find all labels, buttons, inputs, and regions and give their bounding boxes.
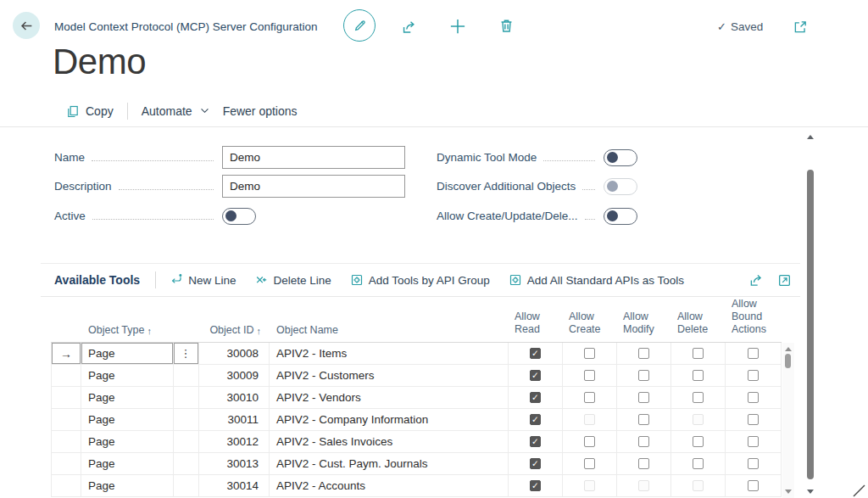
add-tools-by-api-group-button[interactable]: Add Tools by API Group bbox=[350, 273, 490, 287]
allow-create-checkbox[interactable] bbox=[584, 392, 595, 403]
allow-bound-actions-checkbox[interactable] bbox=[748, 436, 759, 447]
scroll-up-arrow-icon[interactable] bbox=[807, 135, 814, 139]
allow-bound-actions-checkbox[interactable] bbox=[748, 480, 759, 491]
allow-bound-actions-cell[interactable] bbox=[726, 453, 782, 474]
allow-read-checkbox[interactable] bbox=[530, 348, 541, 359]
allow-bound-actions-cell[interactable] bbox=[726, 365, 782, 386]
new-line-button[interactable]: New Line bbox=[170, 273, 236, 287]
row-menu-icon[interactable]: ⋮ bbox=[181, 347, 192, 360]
table-row[interactable]: → Page ⋮ 30009 APIV2 - Customers bbox=[51, 365, 782, 387]
allow-create-cell[interactable] bbox=[563, 387, 617, 408]
allow-create-cell[interactable] bbox=[563, 453, 617, 474]
copy-button[interactable]: Copy bbox=[66, 104, 114, 118]
allow-delete-cell[interactable] bbox=[671, 453, 726, 474]
table-row[interactable]: → Page ⋮ 30011 APIV2 - Company Informati… bbox=[51, 409, 782, 431]
row-select-cell[interactable]: → bbox=[51, 431, 81, 452]
description-input[interactable] bbox=[222, 175, 405, 198]
object-id-cell[interactable]: 30010 bbox=[199, 387, 270, 408]
allow-read-checkbox[interactable] bbox=[530, 414, 541, 425]
row-menu-cell[interactable]: ⋮ bbox=[174, 475, 199, 496]
open-in-new-window-button[interactable] bbox=[791, 18, 810, 36]
object-name-cell[interactable]: APIV2 - Sales Invoices bbox=[270, 431, 509, 452]
allow-modify-checkbox[interactable] bbox=[638, 392, 649, 403]
object-type-column-header[interactable]: Object Type ↑ bbox=[81, 297, 174, 342]
allow-create-cell[interactable] bbox=[563, 431, 617, 452]
allow-modify-cell[interactable] bbox=[617, 387, 671, 408]
object-id-cell[interactable]: 30013 bbox=[199, 453, 270, 474]
share-list-button[interactable] bbox=[748, 272, 764, 288]
allow-create-checkbox[interactable] bbox=[584, 414, 595, 425]
allow-modify-checkbox[interactable] bbox=[638, 458, 649, 469]
scroll-up-arrow-icon[interactable] bbox=[785, 347, 792, 351]
page-scrollbar-thumb[interactable] bbox=[807, 170, 814, 479]
allow-read-checkbox[interactable] bbox=[530, 392, 541, 403]
allow-delete-cell[interactable] bbox=[671, 431, 726, 452]
allow-modify-checkbox[interactable] bbox=[638, 370, 649, 381]
row-menu-cell[interactable]: ⋮ bbox=[174, 409, 199, 430]
allow-delete-column-header[interactable]: Allow Delete bbox=[671, 297, 726, 342]
table-row[interactable]: → Page ⋮ 30010 APIV2 - Vendors bbox=[51, 387, 782, 409]
allow-modify-checkbox[interactable] bbox=[638, 480, 649, 491]
allow-delete-cell[interactable] bbox=[671, 343, 726, 364]
dynamic-tool-mode-toggle[interactable] bbox=[604, 149, 637, 166]
allow-delete-checkbox[interactable] bbox=[693, 392, 704, 403]
allow-modify-cell[interactable] bbox=[617, 453, 671, 474]
object-id-cell[interactable]: 30011 bbox=[199, 409, 270, 430]
allow-bound-actions-cell[interactable] bbox=[726, 343, 782, 364]
object-name-cell[interactable]: APIV2 - Company Information bbox=[270, 409, 509, 430]
allow-delete-checkbox[interactable] bbox=[693, 480, 704, 491]
allow-read-cell[interactable] bbox=[509, 365, 563, 386]
row-select-cell[interactable]: → bbox=[51, 409, 81, 430]
allow-read-column-header[interactable]: Allow Read bbox=[509, 297, 563, 342]
allow-bound-actions-cell[interactable] bbox=[726, 409, 782, 430]
object-type-cell[interactable]: Page bbox=[81, 387, 174, 408]
active-toggle[interactable] bbox=[222, 208, 256, 225]
object-name-cell[interactable]: APIV2 - Accounts bbox=[270, 475, 509, 496]
allow-modify-cell[interactable] bbox=[617, 365, 671, 386]
allow-modify-cell[interactable] bbox=[617, 343, 671, 364]
row-select-cell[interactable]: → bbox=[51, 453, 81, 474]
table-row[interactable]: → Page ⋮ 30013 APIV2 - Cust. Paym. Journ… bbox=[51, 453, 782, 475]
allow-delete-checkbox[interactable] bbox=[693, 458, 704, 469]
object-name-cell[interactable]: APIV2 - Items bbox=[270, 343, 509, 364]
row-select-cell[interactable]: → bbox=[51, 475, 81, 496]
allow-create-checkbox[interactable] bbox=[584, 436, 595, 447]
object-name-cell[interactable]: APIV2 - Vendors bbox=[270, 387, 509, 408]
allow-bound-actions-checkbox[interactable] bbox=[748, 370, 759, 381]
row-menu-cell[interactable]: ⋮ bbox=[174, 343, 199, 364]
share-button[interactable] bbox=[399, 17, 418, 36]
object-type-cell[interactable]: Page bbox=[81, 475, 174, 496]
allow-delete-cell[interactable] bbox=[671, 409, 726, 430]
allow-bound-actions-checkbox[interactable] bbox=[748, 392, 759, 403]
allow-read-cell[interactable] bbox=[509, 431, 563, 452]
allow-delete-checkbox[interactable] bbox=[693, 414, 704, 425]
object-name-cell[interactable]: APIV2 - Cust. Paym. Journals bbox=[270, 453, 509, 474]
object-id-cell[interactable]: 30012 bbox=[199, 431, 270, 452]
allow-modify-cell[interactable] bbox=[617, 431, 671, 452]
allow-modify-checkbox[interactable] bbox=[638, 348, 649, 359]
allow-create-cell[interactable] bbox=[563, 343, 617, 364]
allow-delete-checkbox[interactable] bbox=[693, 348, 704, 359]
object-id-cell[interactable]: 30008 bbox=[199, 343, 270, 364]
object-type-cell[interactable]: Page bbox=[81, 343, 174, 364]
allow-read-cell[interactable] bbox=[509, 343, 563, 364]
allow-delete-cell[interactable] bbox=[671, 475, 726, 496]
allow-create-checkbox[interactable] bbox=[584, 348, 595, 359]
table-scrollbar[interactable] bbox=[782, 343, 794, 498]
allow-modify-cell[interactable] bbox=[617, 475, 671, 496]
back-button[interactable] bbox=[13, 12, 40, 39]
allow-create-update-delete-toggle[interactable] bbox=[604, 208, 637, 225]
allow-create-checkbox[interactable] bbox=[584, 458, 595, 469]
allow-bound-actions-cell[interactable] bbox=[726, 431, 782, 452]
fewer-options-button[interactable]: Fewer options bbox=[223, 104, 298, 118]
object-type-cell[interactable]: Page bbox=[81, 431, 174, 452]
allow-create-checkbox[interactable] bbox=[584, 370, 595, 381]
allow-bound-actions-cell[interactable] bbox=[726, 387, 782, 408]
delete-button[interactable] bbox=[497, 16, 515, 35]
resize-grip[interactable] bbox=[851, 484, 866, 497]
delete-line-button[interactable]: Delete Line bbox=[254, 273, 331, 287]
allow-modify-cell[interactable] bbox=[617, 409, 671, 430]
allow-delete-cell[interactable] bbox=[671, 365, 726, 386]
object-type-cell[interactable]: Page bbox=[81, 409, 174, 430]
object-id-cell[interactable]: 30009 bbox=[199, 365, 270, 386]
